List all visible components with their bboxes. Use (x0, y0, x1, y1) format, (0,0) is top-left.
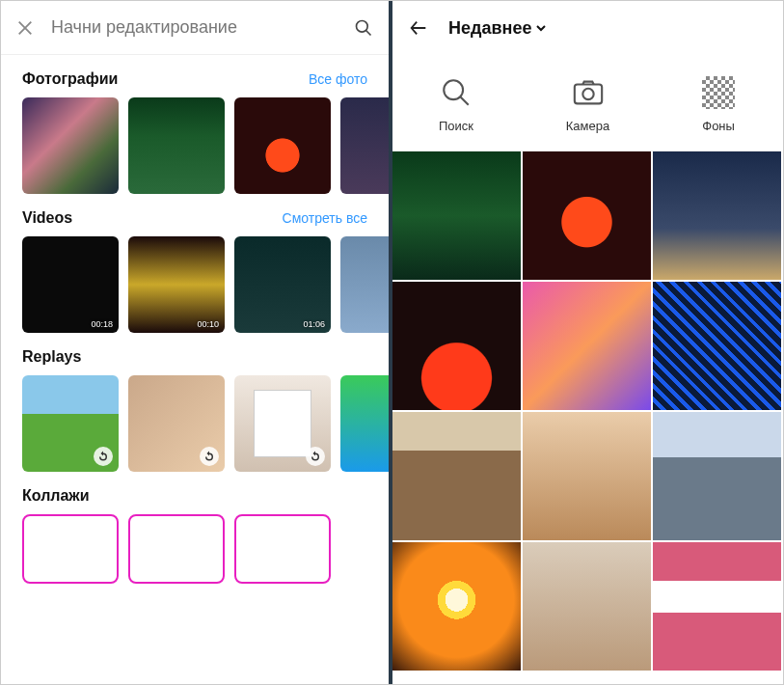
back-icon[interactable] (408, 17, 429, 39)
camera-icon (572, 76, 605, 109)
header-title[interactable]: Начни редактирование (51, 17, 337, 38)
video-duration: 00:10 (197, 319, 219, 329)
search-icon[interactable] (354, 18, 373, 38)
replay-thumb[interactable] (340, 375, 389, 472)
replay-thumb[interactable] (234, 375, 331, 472)
grid-item[interactable] (653, 282, 781, 410)
replays-section: Replays (1, 333, 389, 472)
replay-thumb[interactable] (22, 375, 119, 472)
videos-section: Videos Смотреть все 00:18 00:10 01:06 (1, 194, 389, 333)
replay-icon (306, 447, 325, 466)
collage-template[interactable] (22, 514, 119, 584)
video-duration: 00:18 (91, 319, 113, 329)
svg-point-0 (357, 20, 368, 32)
collage-template[interactable] (234, 514, 331, 584)
checker-icon (702, 76, 735, 109)
grid-item[interactable] (653, 542, 781, 671)
photo-thumb[interactable] (234, 97, 331, 194)
album-dropdown[interactable]: Недавнее (448, 18, 547, 39)
camera-action[interactable]: Камера (566, 76, 609, 133)
grid-item[interactable] (523, 412, 651, 540)
grid-item[interactable] (392, 412, 521, 540)
section-title: Коллажи (22, 487, 90, 505)
collage-template[interactable] (128, 514, 225, 584)
close-icon[interactable] (16, 19, 34, 37)
svg-point-3 (582, 89, 593, 99)
grid-item[interactable] (523, 542, 651, 671)
all-videos-link[interactable]: Смотреть все (283, 210, 367, 226)
action-row: Поиск Камера Фоны (392, 55, 781, 151)
grid-item[interactable] (392, 542, 521, 671)
section-title: Replays (22, 348, 81, 366)
section-title: Videos (22, 209, 72, 227)
grid-item[interactable] (523, 282, 651, 410)
search-icon (440, 76, 473, 109)
video-thumb[interactable]: 01:06 (234, 236, 331, 333)
action-label: Камера (566, 119, 609, 133)
left-header: Начни редактирование (1, 1, 389, 55)
search-action[interactable]: Поиск (439, 76, 473, 133)
photo-thumb[interactable] (128, 97, 225, 194)
replay-icon (94, 447, 113, 466)
grid-item[interactable] (653, 151, 781, 280)
collages-section: Коллажи (1, 472, 389, 584)
gallery-pane: Недавнее Поиск Камера Фоны (392, 1, 781, 684)
backgrounds-action[interactable]: Фоны (702, 76, 735, 133)
video-thumb[interactable]: 00:18 (22, 236, 119, 333)
video-thumb[interactable] (340, 236, 389, 333)
action-label: Поиск (439, 119, 473, 133)
svg-rect-2 (574, 85, 601, 104)
photo-grid (392, 151, 781, 671)
video-thumb[interactable]: 00:10 (128, 236, 225, 333)
photo-thumb[interactable] (22, 97, 119, 194)
section-title: Фотографии (22, 70, 118, 88)
svg-point-1 (444, 80, 463, 99)
dropdown-label: Недавнее (448, 18, 531, 39)
photo-thumb[interactable] (340, 97, 389, 194)
grid-item[interactable] (523, 151, 651, 280)
replay-icon (200, 447, 219, 466)
all-photos-link[interactable]: Все фото (309, 71, 367, 87)
right-header: Недавнее (392, 1, 781, 55)
chevron-down-icon (535, 22, 547, 34)
action-label: Фоны (702, 119, 735, 133)
photos-section: Фотографии Все фото (1, 55, 389, 194)
replay-thumb[interactable] (128, 375, 225, 472)
grid-item[interactable] (392, 282, 521, 410)
video-duration: 01:06 (303, 319, 325, 329)
grid-item[interactable] (392, 151, 521, 280)
grid-item[interactable] (653, 412, 781, 540)
editor-pane: Начни редактирование Фотографии Все фото… (1, 1, 392, 684)
